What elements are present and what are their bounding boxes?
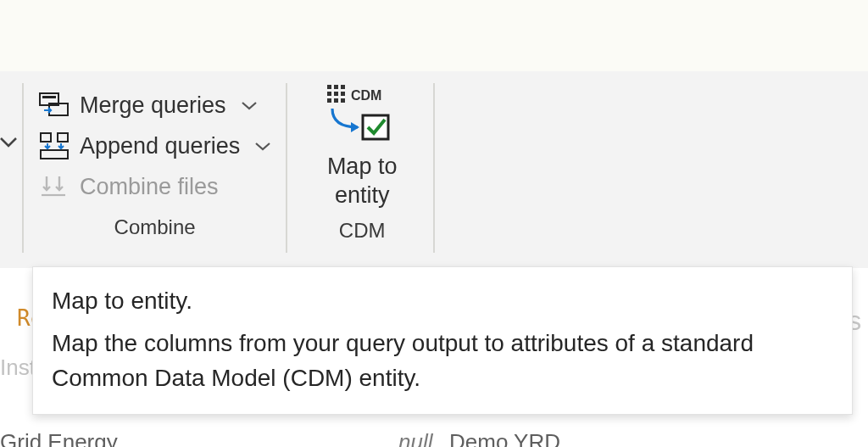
combine-files-icon [39, 171, 70, 202]
svg-rect-17 [363, 115, 388, 139]
svg-rect-14 [334, 98, 338, 103]
svg-rect-11 [334, 92, 338, 96]
tooltip-title: Map to entity. [52, 288, 833, 315]
svg-rect-13 [327, 98, 331, 103]
svg-rect-15 [341, 98, 345, 103]
svg-rect-9 [341, 85, 345, 89]
svg-rect-10 [327, 92, 331, 96]
chevron-down-icon[interactable] [0, 78, 19, 153]
tooltip-body: Map the columns from your query output t… [52, 327, 833, 395]
append-queries-icon [39, 131, 70, 161]
title-bar-region [0, 0, 868, 72]
svg-rect-1 [42, 96, 56, 98]
group-divider [286, 83, 287, 253]
cell-value: null [398, 429, 432, 447]
combine-group: Merge queries [32, 78, 282, 239]
svg-rect-12 [341, 92, 345, 96]
map-to-entity-label-line1: Map to [327, 154, 398, 179]
svg-text:CDM: CDM [351, 88, 381, 103]
combine-files-button: Combine files [39, 166, 270, 207]
chevron-down-icon [255, 135, 270, 157]
append-queries-button[interactable]: Append queries [39, 126, 270, 166]
merge-queries-icon [39, 90, 70, 120]
svg-rect-3 [41, 133, 51, 142]
group-divider [22, 83, 24, 253]
svg-rect-5 [41, 150, 68, 159]
map-to-entity-label: Map to entity [327, 153, 398, 210]
group-divider [433, 83, 435, 253]
svg-rect-7 [327, 85, 331, 89]
chevron-down-icon [242, 94, 257, 116]
append-queries-label: Append queries [80, 133, 240, 159]
merge-queries-button[interactable]: Merge queries [39, 85, 270, 126]
cell-value: Grid Energy [0, 429, 118, 447]
app-window: Merge queries [0, 0, 868, 447]
combine-group-label: Combine [39, 215, 270, 239]
svg-rect-4 [58, 133, 68, 142]
cdm-group: CDM Map to entity CDM [296, 78, 430, 243]
map-to-entity-button[interactable]: CDM Map to entity [312, 80, 412, 210]
map-to-entity-label-line2: entity [335, 182, 390, 208]
tooltip: Map to entity. Map the columns from your… [32, 266, 853, 415]
map-to-entity-icon: CDM [315, 80, 409, 148]
ribbon-row: Merge queries [0, 78, 868, 253]
ribbon: Merge queries [0, 71, 868, 268]
merge-queries-label: Merge queries [80, 92, 226, 119]
cell-value: Demo YRD [449, 429, 560, 447]
combine-files-label: Combine files [80, 174, 219, 200]
cdm-group-label: CDM [339, 219, 386, 243]
svg-rect-8 [334, 85, 338, 89]
